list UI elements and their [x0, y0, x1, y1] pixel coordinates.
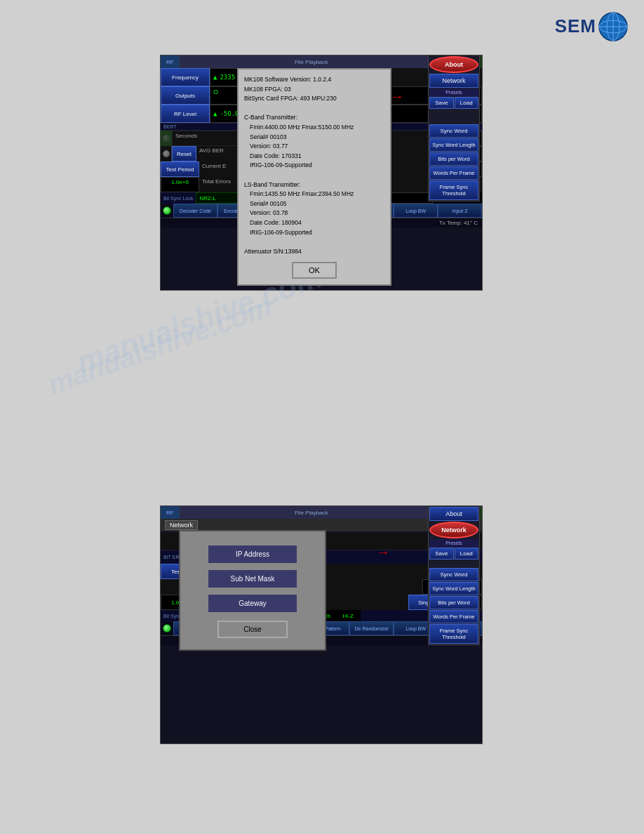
sync-word-btn-1[interactable]: Sync Word	[429, 124, 478, 138]
panel1-sidebar: About Network Presets Save Load Sync Wor…	[428, 55, 480, 201]
p2-presets-label: Presets	[429, 539, 478, 547]
bert-led-off	[161, 131, 172, 146]
arrow-panel2: →	[376, 544, 390, 560]
input-z-button[interactable]: Input Z	[438, 204, 482, 218]
p2-hiz: HI-Z	[340, 610, 361, 621]
p2-bitsync-led	[161, 621, 173, 635]
sync-word-length-btn-1[interactable]: Sync Word Length	[429, 138, 478, 152]
outputs-button[interactable]: Outputs	[161, 86, 210, 105]
logo-area: SEM	[546, 7, 630, 46]
about-lsband-irig: IRIG-106-09-Supported	[244, 228, 384, 238]
about-lsband-fmin: Fmin:1435.50 MHz Fmax:2394.50 MHz	[244, 190, 384, 199]
p2-about-button[interactable]: About	[429, 507, 478, 521]
about-cband-title: C-Band Transmitter:	[244, 113, 384, 123]
network-tab-label: Network	[165, 520, 198, 530]
bert-dial-icon	[163, 150, 170, 157]
about-cband-date: Date Code: 170331	[244, 152, 384, 161]
frequency-button[interactable]: Frequency	[161, 68, 210, 86]
p2-frame-sync-threshold-btn[interactable]: Frame Sync Threshold	[429, 624, 478, 644]
p2-sync-word-btn[interactable]: Sync Word	[429, 568, 478, 581]
about-cband-serial: Serial# 00103	[244, 133, 384, 143]
ip-address-button[interactable]: IP Address	[207, 544, 298, 564]
p2-save-button[interactable]: Save	[429, 548, 454, 560]
p2-led-green-icon	[163, 624, 171, 633]
p2-topbar-file-playback: File Playback	[180, 506, 443, 519]
p2-save-load-row: Save Load	[429, 548, 478, 560]
p2-load-button[interactable]: Load	[455, 548, 479, 560]
watermark2: manualshive.com	[43, 291, 276, 401]
arrow-panel1: →	[390, 88, 404, 105]
load-button-1[interactable]: Load	[455, 97, 479, 109]
p2-topbar-rf: RF	[161, 506, 180, 519]
bert-led-icon	[163, 135, 170, 142]
bert-led2	[161, 146, 172, 161]
led-green-icon	[163, 206, 171, 215]
frequency-up-arrow: ▲	[213, 74, 217, 81]
about-cband-fmin: Fmin:4400.00 MHz Fmax:5150.00 MHz	[244, 123, 384, 133]
about-lsband-title: LS-Band Transmitter:	[244, 180, 384, 190]
about-cband-irig: IRIG-106-09-Supported	[244, 161, 384, 171]
sub-net-mask-button[interactable]: Sub Net Mask	[207, 569, 298, 589]
test-period-button[interactable]: Test Period	[161, 161, 199, 177]
logo-globe-icon	[596, 10, 630, 44]
rf-level-button[interactable]: RF Level	[161, 105, 210, 123]
close-button[interactable]: Close	[217, 621, 288, 638]
about-lsband-date: Date Code: 180904	[244, 218, 384, 228]
about-dialog-content: MK108 Software Version: 1.0.2.4 MK108 FP…	[244, 75, 384, 256]
about-button[interactable]: About	[429, 56, 478, 73]
topbar-file-playback: File Playback	[180, 55, 443, 68]
p2-de-randomizer-btn[interactable]: De Randomizer	[349, 621, 394, 635]
panel2-sidebar: About Network Presets Save Load Sync Wor…	[428, 505, 480, 645]
bitsync-lock-label: Bit Sync Lock	[161, 192, 196, 204]
frame-sync-threshold-btn-1[interactable]: Frame Sync Threshold	[429, 180, 478, 200]
network-dialog: IP Address Sub Net Mask Gateway Close	[179, 530, 326, 651]
about-line2: MK108 FPGA: 03	[244, 85, 384, 95]
save-button-1[interactable]: Save	[429, 97, 454, 109]
p2-words-per-frame-btn[interactable]: Words Per Frame	[429, 610, 478, 623]
words-per-frame-btn-1[interactable]: Words Per Frame	[429, 166, 478, 180]
gateway-button[interactable]: Gateway	[207, 593, 298, 614]
reset-button[interactable]: Reset	[172, 146, 196, 161]
rf-level-display: -50.0	[220, 110, 239, 117]
p2-bits-per-word-btn[interactable]: Bits per Word	[429, 596, 478, 609]
save-load-row-1: Save Load	[429, 97, 478, 109]
about-dialog: MK108 Software Version: 1.0.2.4 MK108 FP…	[237, 68, 391, 286]
total-errors-value1: 1.0e+6	[161, 177, 199, 192]
bitsync-led	[161, 204, 173, 218]
about-line3: BitSync Card FPGA: 493 MPU:230	[244, 94, 384, 104]
about-lsband-serial: Serial# 00105	[244, 199, 384, 209]
bits-per-word-btn-1[interactable]: Bits per Word	[429, 152, 478, 166]
presets-label-1: Presets	[429, 88, 478, 96]
p2-network-button[interactable]: Network	[429, 522, 478, 538]
topbar-rf: RF	[161, 55, 180, 68]
about-attenuator: Attenuator S/N:13984	[244, 247, 384, 257]
about-ok-button[interactable]: OK	[292, 262, 337, 279]
about-cband-ver: Version: 03.77	[244, 142, 384, 152]
decoder-code-button[interactable]: Decoder Code	[173, 204, 217, 218]
network-button-1[interactable]: Network	[429, 74, 478, 88]
p2-sync-word-length-btn[interactable]: Sync Word Length	[429, 582, 478, 595]
about-line1: MK108 Software Version: 1.0.2.4	[244, 75, 384, 85]
logo-text: SEM	[555, 15, 596, 37]
frequency-display: 2335	[220, 74, 235, 81]
about-lsband-ver: Version: 03.78	[244, 208, 384, 218]
loop-bw-button[interactable]: Loop BW	[394, 204, 438, 218]
